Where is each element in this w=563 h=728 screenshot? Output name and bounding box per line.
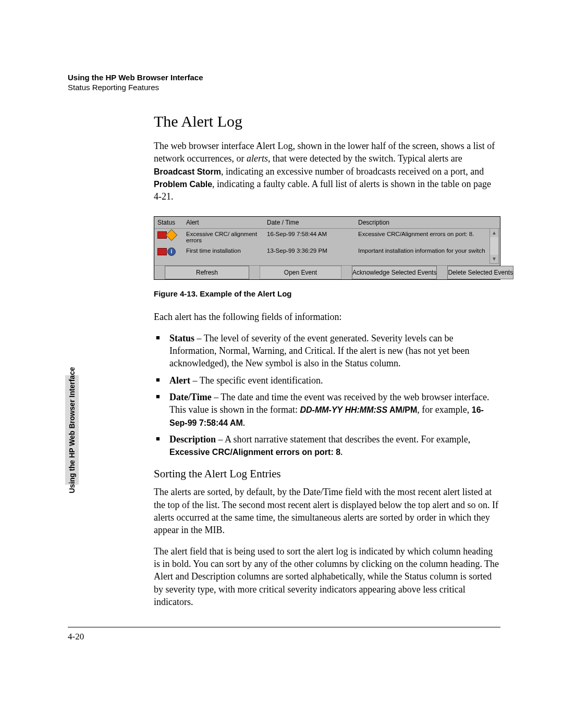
button-row: Refresh Open Event Acknowledge Selected … <box>154 265 500 279</box>
header-chapter: Using the HP Web Browser Interface <box>68 73 500 82</box>
status-cell <box>154 231 186 240</box>
sort-paragraph-2: The alert field that is being used to so… <box>154 545 500 608</box>
list-item: Status – The level of severity of the ev… <box>154 332 500 370</box>
new-badge-icon <box>157 248 167 255</box>
warning-icon <box>166 229 178 241</box>
header-section: Status Reporting Features <box>68 83 500 92</box>
list-item: Date/Time – The date and time the event … <box>154 391 500 429</box>
list-item: Description – A short narrative statemen… <box>154 433 500 459</box>
page: Using the HP Web Browser Interface Statu… <box>0 0 563 684</box>
figure-caption: Figure 4-13. Example of the Alert Log <box>154 289 500 298</box>
page-header: Using the HP Web Browser Interface Statu… <box>68 73 500 92</box>
date-cell: 16-Sep-99 7:58:44 AM <box>267 231 358 237</box>
col-header-desc[interactable]: Description <box>358 219 500 226</box>
subsection-title: Sorting the Alert Log Entries <box>154 467 500 480</box>
footer-rule <box>68 627 500 627</box>
scroll-up-icon[interactable]: ▲ <box>490 229 498 237</box>
status-cell: i <box>154 248 186 256</box>
table-row[interactable]: i First time installation 13-Sep-99 3:36… <box>154 245 500 258</box>
col-header-date[interactable]: Date / Time <box>267 219 358 226</box>
lead-paragraph: Each alert has the following fields of i… <box>154 311 500 323</box>
alert-rows: Excessive CRC/ alignment errors 16-Sep-9… <box>154 229 500 265</box>
delete-button[interactable]: Delete Selected Events <box>447 266 513 279</box>
scroll-down-icon[interactable]: ▼ <box>490 255 498 263</box>
col-header-alert[interactable]: Alert <box>186 219 267 226</box>
open-event-button[interactable]: Open Event <box>260 266 341 279</box>
col-header-status[interactable]: Status <box>154 219 186 226</box>
list-item: Alert – The specific event identificatio… <box>154 374 500 387</box>
alert-table: Status Alert Date / Time Description <box>154 217 500 265</box>
alert-log-panel: Status Alert Date / Time Description <box>154 216 500 280</box>
sort-paragraph-1: The alerts are sorted, by default, by th… <box>154 486 500 536</box>
table-header-row: Status Alert Date / Time Description <box>154 217 500 229</box>
intro-paragraph: The web browser interface Alert Log, sho… <box>154 140 500 203</box>
acknowledge-button[interactable]: Acknowledge Selected Events <box>352 266 437 279</box>
refresh-button[interactable]: Refresh <box>165 266 249 279</box>
info-icon: i <box>167 248 176 256</box>
scrollbar[interactable]: ▲ ▼ <box>489 228 499 264</box>
field-list: Status – The level of severity of the ev… <box>154 332 500 459</box>
section-title: The Alert Log <box>154 113 500 130</box>
date-cell: 13-Sep-99 3:36:29 PM <box>267 248 358 254</box>
desc-cell: Excessive CRC/Alignment errors on port: … <box>358 231 500 237</box>
side-tab-label: Using the HP Web Browser Interface <box>68 367 77 493</box>
page-number: 4-20 <box>68 632 500 642</box>
side-tab: Using the HP Web Browser Interface <box>65 375 79 485</box>
alert-cell: First time installation <box>186 248 267 254</box>
figure: Status Alert Date / Time Description <box>154 216 500 298</box>
table-row[interactable]: Excessive CRC/ alignment errors 16-Sep-9… <box>154 229 500 245</box>
alert-cell: Excessive CRC/ alignment errors <box>186 231 267 243</box>
content-column: The Alert Log The web browser interface … <box>154 113 500 608</box>
desc-cell: Important installation information for y… <box>358 248 500 254</box>
